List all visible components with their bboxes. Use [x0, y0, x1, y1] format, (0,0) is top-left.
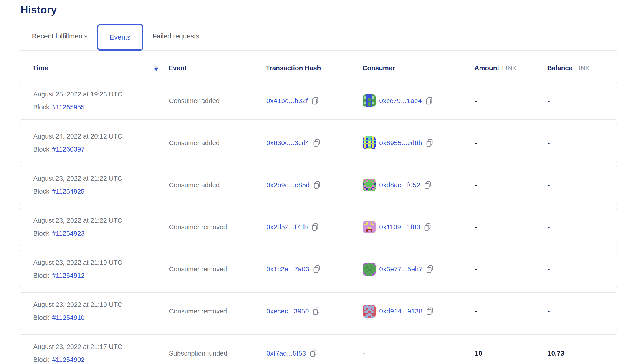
time-cell: August 23, 2022 at 21:22 UTC Block #1125…	[33, 175, 169, 195]
tab-events[interactable]: Events	[97, 24, 143, 50]
amount-value: 10	[475, 350, 548, 357]
balance-value: -	[548, 181, 617, 189]
balance-value: -	[548, 308, 617, 315]
consumer-address-link[interactable]: 0xd8ac...f052	[379, 181, 420, 189]
sort-descending-icon[interactable]	[154, 65, 158, 71]
event-type: Subscription funded	[169, 350, 266, 357]
event-type: Consumer added	[169, 97, 266, 105]
amount-value: -	[475, 308, 548, 315]
amount-value: -	[475, 266, 548, 273]
consumer-address-link[interactable]: 0x8955...cd6b	[379, 139, 422, 147]
copy-transaction-hash-button[interactable]	[310, 350, 317, 357]
copy-consumer-address-button[interactable]	[426, 265, 434, 273]
copy-consumer-address-button[interactable]	[426, 307, 434, 315]
event-timestamp: August 23, 2022 at 21:22 UTC	[33, 175, 169, 182]
table-row: August 23, 2022 at 21:22 UTC Block #1125…	[20, 208, 618, 246]
block-number-link[interactable]: #11254902	[52, 356, 85, 364]
block-number-link[interactable]: #11254912	[52, 272, 85, 279]
copy-icon	[312, 223, 319, 231]
copy-icon	[426, 139, 433, 147]
copy-transaction-hash-button[interactable]	[312, 223, 319, 231]
amount-value: -	[475, 139, 548, 147]
sort-down-triangle-icon	[154, 68, 158, 71]
block-line: Block #11254912	[33, 272, 169, 279]
consumer-address-link[interactable]: 0x3e77...5eb7	[379, 266, 422, 273]
copy-transaction-hash-button[interactable]	[313, 265, 320, 273]
copy-transaction-hash-button[interactable]	[313, 181, 320, 189]
amount-value: -	[475, 224, 548, 231]
event-timestamp: August 23, 2022 at 21:17 UTC	[33, 343, 169, 350]
amount-value: -	[475, 97, 548, 105]
consumer-avatar	[363, 94, 376, 107]
block-line: Block #11260397	[33, 146, 169, 153]
copy-consumer-address-button[interactable]	[424, 223, 431, 231]
event-timestamp: August 24, 2022 at 20:12 UTC	[33, 133, 169, 140]
sort-up-triangle-icon	[154, 65, 158, 68]
amount-unit-label: LINK	[502, 64, 517, 72]
transaction-hash-link[interactable]: 0xecec...3950	[266, 308, 309, 315]
transaction-hash-link[interactable]: 0x2b9e...e85d	[266, 181, 310, 189]
balance-value: -	[548, 266, 617, 273]
amount-value: -	[475, 181, 548, 189]
transaction-hash-link[interactable]: 0x630e...3cd4	[266, 139, 310, 147]
transaction-hash-cell: 0xecec...3950	[266, 307, 363, 315]
block-line: Block #11265955	[33, 104, 169, 111]
consumer-address-link[interactable]: 0xcc79...1ae4	[379, 97, 422, 105]
column-header-transaction-hash: Transaction Hash	[266, 64, 362, 72]
copy-transaction-hash-button[interactable]	[312, 307, 320, 315]
event-type: Consumer removed	[169, 266, 266, 273]
time-cell: August 24, 2022 at 20:12 UTC Block #1126…	[33, 133, 169, 153]
transaction-hash-link[interactable]: 0x1c2a...7a03	[266, 266, 310, 273]
balance-value: 10.73	[548, 350, 617, 357]
transaction-hash-link[interactable]: 0xf7ad...5f53	[266, 350, 306, 357]
column-header-balance-label: Balance	[547, 64, 572, 72]
time-cell: August 23, 2022 at 21:19 UTC Block #1125…	[33, 301, 169, 322]
block-label: Block	[33, 356, 49, 364]
block-label: Block	[33, 272, 49, 279]
copy-icon	[313, 265, 320, 273]
block-number-link[interactable]: #11265955	[52, 104, 85, 111]
block-label: Block	[33, 314, 49, 322]
event-type: Consumer removed	[169, 224, 266, 231]
column-header-event: Event	[168, 64, 266, 72]
copy-consumer-address-button[interactable]	[426, 97, 433, 105]
consumer-avatar	[363, 305, 376, 318]
block-label: Block	[33, 104, 49, 111]
copy-transaction-hash-button[interactable]	[312, 97, 319, 105]
block-number-link[interactable]: #11254923	[52, 230, 85, 237]
time-cell: August 23, 2022 at 21:19 UTC Block #1125…	[33, 259, 169, 279]
block-line: Block #11254910	[33, 314, 169, 322]
copy-icon	[426, 265, 434, 273]
consumer-address-link[interactable]: 0xd914...9138	[379, 308, 422, 315]
table-row: August 23, 2022 at 21:19 UTC Block #1125…	[20, 292, 618, 330]
consumer-address-link[interactable]: 0x1109...1f83	[379, 224, 420, 231]
block-label: Block	[33, 230, 49, 237]
transaction-hash-cell: 0x2b9e...e85d	[266, 181, 363, 189]
event-timestamp: August 25, 2022 at 19:23 UTC	[33, 90, 169, 98]
block-label: Block	[33, 188, 49, 195]
copy-icon	[312, 97, 319, 105]
column-header-balance: Balance LINK	[547, 64, 618, 72]
transaction-hash-link[interactable]: 0x41be...b32f	[266, 97, 308, 105]
column-header-consumer: Consumer	[362, 64, 474, 72]
consumer-cell: 0x8955...cd6b	[363, 136, 475, 149]
block-number-link[interactable]: #11254910	[52, 314, 85, 322]
table-header: Time Event Transaction Hash Consumer Amo…	[20, 60, 618, 76]
tab-failed-requests[interactable]: Failed requests	[146, 22, 206, 50]
table-row: August 23, 2022 at 21:22 UTC Block #1125…	[20, 166, 618, 204]
transaction-hash-cell: 0x1c2a...7a03	[266, 265, 363, 273]
block-number-link[interactable]: #11260397	[52, 146, 85, 153]
column-header-time[interactable]: Time	[33, 64, 168, 72]
transaction-hash-link[interactable]: 0x2d52...f7db	[266, 224, 308, 231]
time-cell: August 23, 2022 at 21:17 UTC Block #1125…	[33, 343, 169, 364]
copy-consumer-address-button[interactable]	[426, 139, 433, 147]
consumer-address-link[interactable]: -	[363, 350, 365, 357]
subscription-history-page: History Recent fulfillments Events Faile…	[0, 4, 632, 364]
copy-icon	[310, 350, 317, 357]
time-cell: August 23, 2022 at 21:22 UTC Block #1125…	[33, 217, 169, 237]
page-title: History	[20, 4, 632, 16]
copy-transaction-hash-button[interactable]	[313, 139, 320, 147]
block-number-link[interactable]: #11254925	[52, 188, 85, 195]
copy-consumer-address-button[interactable]	[424, 181, 431, 189]
tab-recent-fulfillments[interactable]: Recent fulfillments	[25, 22, 94, 50]
